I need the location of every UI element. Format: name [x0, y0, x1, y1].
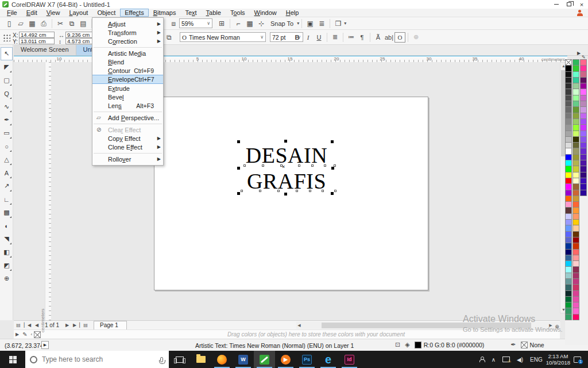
menu-view[interactable]: View: [42, 9, 65, 17]
shape-tool[interactable]: ◤: [1, 60, 13, 74]
taskbar-search[interactable]: [25, 351, 169, 368]
scroll-right-icon[interactable]: ▶: [548, 322, 554, 329]
outline-no-color-swatch[interactable]: [521, 342, 528, 348]
menu-bitmaps[interactable]: Bitmaps: [149, 9, 181, 17]
effects-menu-item-bevel[interactable]: Bevel: [92, 93, 163, 101]
character-node[interactable]: [298, 164, 300, 167]
crop-tool[interactable]: ▢: [1, 74, 13, 87]
object-width-field[interactable]: [65, 32, 93, 38]
palette-flyout-icon[interactable]: ▶: [577, 51, 581, 56]
next-page-icon[interactable]: ▶: [63, 321, 72, 329]
menu-effects[interactable]: Effects: [120, 9, 148, 17]
character-formatting-icon[interactable]: Ã: [373, 32, 384, 43]
restore-button[interactable]: [563, 1, 575, 9]
speaker-icon[interactable]: ◀): [517, 356, 523, 363]
effects-menu-item-correction[interactable]: Correction▶: [92, 37, 163, 45]
effects-menu-item-add-perspective[interactable]: ▱Add Perspective...: [92, 113, 163, 122]
effects-menu-item-envelope[interactable]: EnvelopeCtrl+F7: [92, 75, 163, 84]
dynamic-guides-icon[interactable]: ⊹: [256, 18, 267, 29]
font-list-combo[interactable]: O Times New Roman ∨: [180, 32, 266, 42]
character-node[interactable]: [243, 164, 246, 167]
color-swatch[interactable]: [572, 314, 579, 320]
language-indicator[interactable]: ENG: [530, 356, 543, 363]
connector-tool[interactable]: ∟: [1, 193, 13, 206]
bold-icon[interactable]: B: [292, 32, 303, 43]
paste-icon[interactable]: ▤: [78, 18, 89, 29]
bulleted-list-icon[interactable]: ≔: [346, 32, 357, 43]
text-tool[interactable]: A: [1, 166, 13, 179]
effects-menu-item-contour[interactable]: ContourCtrl+F9: [92, 66, 163, 75]
more-tools-button[interactable]: ⊕: [1, 272, 13, 285]
edit-text-icon[interactable]: ab|: [384, 32, 394, 43]
pick-tool[interactable]: ↖: [1, 47, 13, 60]
cut-icon[interactable]: ✂: [55, 18, 66, 29]
people-icon[interactable]: [479, 356, 485, 362]
color-eyedropper-tool[interactable]: ◥: [1, 232, 13, 246]
zoom-level-combo[interactable]: 59% ∨: [179, 18, 212, 28]
scroll-left-icon[interactable]: ◀: [296, 322, 302, 329]
character-node[interactable]: [334, 164, 336, 167]
selection-handle[interactable]: [331, 192, 334, 195]
artistic-media-tool[interactable]: ✒: [1, 113, 13, 126]
taskbar-file-explorer-icon[interactable]: [190, 351, 211, 368]
menu-table[interactable]: Table: [202, 9, 226, 17]
eyedropper-icon[interactable]: ✎: [22, 331, 27, 338]
coordinates-flyout-button[interactable]: ▶: [41, 341, 49, 349]
palette-eyedropper-icon[interactable]: ✎: [582, 55, 586, 60]
italic-icon[interactable]: I: [303, 32, 314, 43]
horizontal-scrollbar[interactable]: ◀ ▶ ⊕: [296, 322, 560, 329]
fill-color-swatch[interactable]: [415, 342, 421, 348]
zoom-tool[interactable]: Q: [1, 87, 13, 100]
effects-menu-item-rollover[interactable]: Rollover▶: [92, 155, 163, 163]
text-alignment-icon[interactable]: ≣: [330, 32, 341, 43]
start-button[interactable]: [0, 351, 25, 368]
taskbar-firefox-icon[interactable]: [211, 351, 233, 368]
character-node[interactable]: [277, 190, 280, 192]
add-page-after-icon[interactable]: ▤: [81, 321, 90, 329]
fl妹out-arrow-icon[interactable]: ▶: [16, 332, 19, 337]
character-node[interactable]: [296, 190, 298, 192]
welcome-screen-icon[interactable]: ▣: [304, 18, 316, 29]
effects-menu-item-blend[interactable]: Blend: [92, 57, 163, 66]
selection-handle[interactable]: [284, 140, 287, 143]
page-1-tab[interactable]: Page 1: [94, 321, 127, 329]
show-grid-icon[interactable]: ▦: [244, 18, 256, 29]
character-node[interactable]: [259, 190, 261, 192]
menu-window[interactable]: Window: [250, 9, 281, 17]
menu-file[interactable]: File: [2, 9, 22, 17]
interactive-fill-tool[interactable]: ◧: [1, 246, 13, 259]
scrollbar-thumb[interactable]: [322, 323, 531, 328]
close-button[interactable]: ×: [575, 1, 588, 9]
import-icon[interactable]: ⧈: [168, 18, 179, 29]
polygon-tool[interactable]: △: [1, 153, 13, 166]
chevron-down-icon[interactable]: ▾: [344, 21, 346, 26]
character-node[interactable]: [280, 164, 283, 167]
character-node[interactable]: [324, 164, 326, 167]
show-rulers-icon[interactable]: ⌐: [233, 18, 244, 29]
freehand-tool[interactable]: ∿: [1, 100, 13, 113]
more-options-icon[interactable]: ⊕: [411, 32, 421, 43]
taskbar-media-player-icon[interactable]: ▶: [275, 351, 296, 368]
object-height-field[interactable]: [65, 38, 93, 44]
selection-handle[interactable]: [237, 140, 240, 143]
last-page-icon[interactable]: ▶▕: [72, 321, 81, 329]
character-node[interactable]: [311, 164, 314, 167]
menu-object[interactable]: Object: [92, 9, 120, 17]
transparency-tool[interactable]: ◐: [1, 219, 13, 232]
network-icon[interactable]: [502, 356, 510, 362]
text-properties-icon[interactable]: O: [394, 32, 405, 43]
effects-menu-item-adjust[interactable]: Adjust▶: [92, 20, 163, 28]
snap-to-button[interactable]: Snap To: [267, 20, 297, 27]
document-properties-icon[interactable]: ⊡: [395, 341, 400, 348]
taskbar-photoshop-icon[interactable]: Ps: [296, 351, 318, 368]
selection-handle[interactable]: [284, 193, 287, 195]
color-swatch[interactable]: [580, 190, 587, 196]
taskbar-coreldraw-icon[interactable]: [254, 351, 275, 368]
open-icon[interactable]: ▱: [15, 18, 26, 29]
taskbar-indesign-icon[interactable]: Id: [339, 351, 360, 368]
action-center-icon[interactable]: 1: [574, 356, 581, 363]
effects-menu-item-clear-effect[interactable]: ⊘Clear Effect: [92, 125, 163, 134]
collapse-icon[interactable]: ‹: [31, 332, 33, 337]
add-page-icon[interactable]: ▤: [14, 321, 23, 329]
effects-menu-item-artistic-media[interactable]: Artistic Media: [92, 49, 163, 57]
